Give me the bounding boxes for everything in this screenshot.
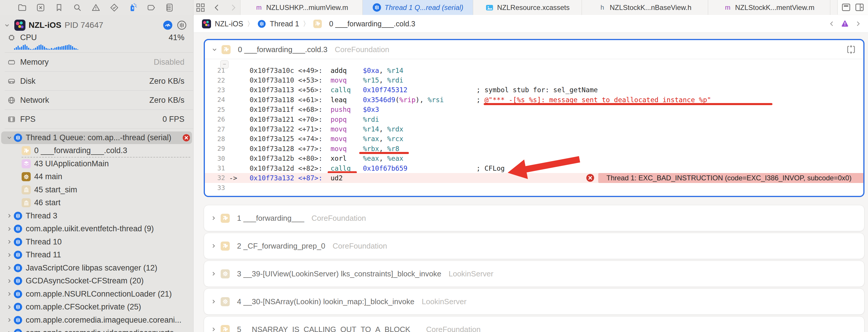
network-gauge[interactable]: Network Zero KB/s	[0, 91, 193, 110]
forward-icon[interactable]	[228, 2, 239, 13]
puzzle-icon	[221, 45, 230, 54]
project-navigator-icon[interactable]	[17, 2, 28, 13]
tab-4[interactable]: hNZLStockK...nBaseView.h	[582, 0, 708, 15]
stack-frame-3-card[interactable]: 3 __39-[UIView(LookinServer) lks_constra…	[204, 260, 865, 287]
thread-item[interactable]: Thread 10	[0, 236, 193, 249]
chevron-right-icon[interactable]	[5, 317, 13, 323]
thread-item[interactable]: com.apple.coremedia.videomediaconverte..…	[0, 327, 193, 332]
thread-icon	[13, 238, 23, 247]
instruction-text: 0x10f73a118 <+61>: leaq 0x3546d9(%rip), …	[250, 96, 444, 104]
disassembly-line-27[interactable]: 270x10f73a122 <+71>: movq %r14, %rdx	[205, 124, 863, 134]
disassembly-line-23[interactable]: 230x10f73a113 <+56>: callq 0x10f745312; …	[205, 85, 863, 95]
breadcrumb-separator: 〉	[303, 19, 310, 28]
frame-title: 5 __NSARRAY_IS_CALLING_OUT_TO_A_BLOCK__	[237, 325, 419, 332]
threads-view-icon[interactable]	[177, 20, 187, 30]
stack-frame-item[interactable]: 43 UIApplicationMain	[0, 157, 193, 170]
thread-item[interactable]: com.apple.NSURLConnectionLoader (21)	[0, 287, 193, 301]
disassembly-line-21[interactable]: 210x10f73a10c <+49>: addq $0xa, %r14	[205, 65, 863, 75]
cpu-gauge[interactable]: CPU 41%	[0, 33, 193, 52]
stack-frame-4-card[interactable]: 4 __30-[NSArray(Lookin) lookin_map:]_blo…	[204, 288, 865, 315]
thread-item[interactable]: Thread 1 Queue: com.ap...-thread (serial…	[0, 131, 193, 144]
breadcrumb-project[interactable]: NZL-iOS	[215, 20, 243, 28]
tab-1[interactable]: mNZLUSHKP...miumView.m	[241, 0, 363, 15]
prev-issue-icon[interactable]	[828, 19, 835, 28]
issues-icon[interactable]	[91, 2, 101, 13]
row-label: com.apple.coremedia.videomediaconverte..…	[26, 329, 181, 332]
tab-5[interactable]: mNZLStockK...mentView.m	[708, 0, 830, 15]
chevron-right-icon[interactable]	[210, 298, 217, 305]
chevron-right-icon[interactable]	[210, 243, 217, 249]
disassembly-view: − 210x10f73a10c <+49>: addq $0xa, %r1422…	[205, 59, 863, 196]
tab-3[interactable]: NZLResource.xcassets	[473, 0, 582, 15]
thread-item[interactable]: com.apple.uikit.eventfetch-thread (9)	[0, 222, 193, 236]
stack-frame-item[interactable]: 0 ___forwarding___.cold.3	[0, 144, 193, 158]
tab-label: NZLResource.xcassets	[497, 3, 569, 12]
chevron-right-icon[interactable]	[210, 215, 217, 221]
disassembly-line-28[interactable]: 280x10f73a125 <+74>: movq %rax, %rcx	[205, 134, 863, 144]
thread-item[interactable]: JavaScriptCore libpas scavenger (12)	[0, 261, 193, 275]
stack-frame-item[interactable]: 44 main	[0, 170, 193, 184]
chevron-down-icon[interactable]	[3, 22, 11, 28]
fps-gauge[interactable]: FPS 0 FPS	[0, 110, 193, 129]
next-issue-icon[interactable]	[855, 19, 862, 28]
tests-icon[interactable]	[109, 2, 120, 13]
disassembly-line-29[interactable]: 290x10f73a128 <+77>: movq %rbx, %r8	[205, 144, 863, 154]
chevron-right-icon[interactable]	[5, 291, 13, 297]
disassembly-line-22[interactable]: 220x10f73a110 <+53>: movq %r15, %rdi	[205, 75, 863, 85]
stack-frame-1-card[interactable]: 1 ___forwarding___CoreFoundation	[204, 205, 865, 231]
editor-focus-icon[interactable]	[841, 2, 851, 12]
chevron-right-icon[interactable]	[5, 278, 13, 284]
find-navigator-icon[interactable]	[72, 2, 83, 13]
runtime-issue-icon[interactable]	[840, 19, 850, 28]
chevron-right-icon[interactable]	[210, 326, 217, 332]
expand-frame-icon[interactable]	[845, 44, 857, 55]
instruction-text: 0x10f73a12d <+82>: callq 0x10f67b659	[250, 165, 407, 172]
breakpoints-icon[interactable]	[146, 2, 156, 13]
stack-frame-2-card[interactable]: 2 _CF_forwarding_prep_0CoreFoundation	[204, 233, 865, 259]
reports-icon[interactable]	[164, 2, 175, 13]
stack-frame-item[interactable]: 46 start	[0, 196, 193, 210]
disassembly-line-26[interactable]: 260x10f73a121 <+70>: popq %rdi	[205, 114, 863, 124]
source-control-icon[interactable]	[35, 2, 46, 13]
crash-annotation[interactable]: Thread 1: EXC_BAD_INSTRUCTION (code=EXC_…	[598, 173, 863, 183]
related-items-icon[interactable]	[195, 2, 206, 13]
stack-frame-5-card[interactable]: 5 __NSARRAY_IS_CALLING_OUT_TO_A_BLOCK__C…	[204, 316, 865, 332]
tab-2[interactable]: Thread 1 Q...read (serial)	[363, 0, 473, 15]
line-number: 23	[205, 86, 225, 94]
chevron-right-icon[interactable]	[5, 304, 13, 310]
jump-bar: NZL-iOS 〉 Thread 1 〉 0 ___forwarding___.…	[194, 15, 868, 33]
chevron-right-icon[interactable]	[5, 252, 13, 258]
thread-item[interactable]: Thread 3	[0, 209, 193, 222]
row-label: com.apple.NSURLConnectionLoader (21)	[26, 289, 172, 299]
thread-item[interactable]: com.apple.CFSocket.private (25)	[0, 301, 193, 314]
chevron-down-icon[interactable]	[211, 46, 218, 53]
thread-icon	[13, 211, 23, 220]
app-icon	[202, 19, 211, 28]
add-editor-icon[interactable]	[854, 2, 865, 12]
bookmarks-icon[interactable]	[54, 2, 64, 13]
debug-navigator-icon[interactable]	[127, 2, 138, 13]
thread-item[interactable]: Thread 11	[0, 249, 193, 262]
chevron-down-icon[interactable]	[5, 134, 13, 141]
breadcrumb-thread[interactable]: Thread 1	[270, 20, 299, 28]
disassembly-line-24[interactable]: 240x10f73a118 <+61>: leaq 0x3546d9(%rip)…	[205, 95, 863, 105]
memory-gauge[interactable]: Memory Disabled	[0, 53, 193, 72]
thread-item[interactable]: GCDAsyncSocket-CFStream (20)	[0, 275, 193, 288]
disassembly-line-25[interactable]: 250x10f73a11f <+68>: pushq $0x3	[205, 105, 863, 114]
process-row[interactable]: NZL-iOS PID 74647	[0, 15, 193, 33]
chevron-right-icon[interactable]	[5, 226, 13, 232]
frame-0-header[interactable]: 0 ___forwarding___.cold.3 CoreFoundation	[205, 40, 863, 59]
performance-gauge-icon[interactable]	[163, 20, 173, 30]
disassembly-line-33[interactable]: 33	[205, 183, 863, 193]
chevron-right-icon[interactable]	[5, 213, 13, 219]
chevron-right-icon[interactable]	[5, 239, 13, 245]
back-icon[interactable]	[212, 2, 222, 13]
stack-frame-item[interactable]: 45 start_sim	[0, 183, 193, 196]
chevron-right-icon[interactable]	[5, 265, 13, 271]
disk-gauge[interactable]: Disk Zero KB/s	[0, 72, 193, 90]
thread-item[interactable]: com.apple.coremedia.imagequeue.coreani..…	[0, 313, 193, 327]
frame-library: CoreFoundation	[333, 242, 387, 251]
chevron-right-icon[interactable]	[5, 330, 13, 332]
chevron-right-icon[interactable]	[210, 271, 217, 277]
breadcrumb-frame[interactable]: 0 ___forwarding___.cold.3	[329, 20, 415, 28]
